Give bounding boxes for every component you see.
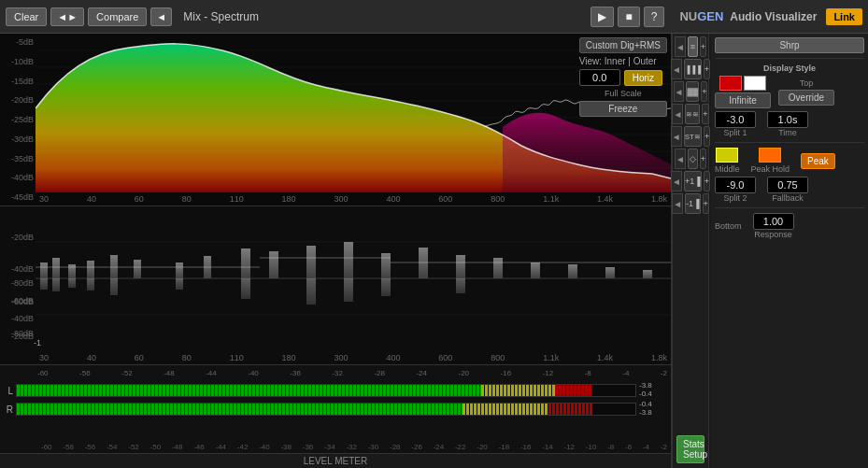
controls-panel: Shrp Display Style Infinite Top Override: [711, 34, 868, 468]
svg-rect-41: [381, 278, 391, 296]
side-arrow-left-6[interactable]: ◄: [675, 149, 686, 169]
side-arrow-left-4[interactable]: ◄: [672, 104, 683, 124]
play-button[interactable]: ▶: [591, 7, 614, 27]
side-btn-diamond[interactable]: ◇: [688, 149, 698, 169]
side-arrow-left-3[interactable]: ◄: [674, 81, 685, 102]
db-label-40: -40dB: [2, 173, 34, 182]
meter-fill-r: [17, 404, 635, 415]
split2-input[interactable]: [715, 177, 756, 193]
analyzer-freq-labels: 30 40 60 80 110 180 300 400 600 800 1.1k…: [36, 353, 671, 362]
db-label-45: -45dB: [2, 192, 34, 202]
clear-button[interactable]: Clear: [6, 7, 47, 26]
meter-fill-l: [17, 385, 635, 396]
shrp-button[interactable]: Shrp: [715, 37, 864, 53]
db-label-20: -20dB: [2, 95, 34, 105]
side-row-7: ◄ +1▐ +: [675, 171, 706, 191]
side-btn-plus-3[interactable]: +: [701, 81, 707, 102]
link-button[interactable]: Link: [826, 8, 862, 25]
side-btn-plus-6[interactable]: +: [700, 149, 706, 169]
db-label-25: -25dB: [2, 115, 34, 124]
bottom-label: Bottom: [715, 221, 742, 231]
side-btn-plus-7[interactable]: +: [704, 171, 710, 191]
fallback-label: Fallback: [772, 193, 804, 203]
compare-button[interactable]: Compare: [88, 7, 147, 26]
nav-arrows-button[interactable]: ◄►: [50, 7, 84, 26]
side-arrow-left-7[interactable]: ◄: [671, 171, 682, 191]
help-button[interactable]: ?: [644, 7, 665, 27]
svg-rect-17: [134, 260, 141, 278]
side-btn-st[interactable]: ST≋: [684, 126, 702, 147]
stop-button[interactable]: ■: [618, 7, 639, 27]
response-label: Response: [754, 230, 792, 239]
analyzer-display: -20dB -40dB -60dB -80dB: [0, 206, 671, 365]
side-btn-bars[interactable]: ▐▐▐: [684, 59, 702, 79]
stats-setup-button[interactable]: StatsSetup: [676, 435, 704, 463]
bottom-response-row: Bottom Response: [715, 213, 864, 239]
side-btn-plus-4[interactable]: +: [702, 104, 708, 124]
svg-rect-28: [531, 262, 540, 278]
side-btn-plus-2[interactable]: +: [704, 59, 710, 79]
spectrum-svg: [36, 34, 671, 192]
visualizer-panel: -5dB -10dB -15dB -20dB -25dB -30dB -35dB…: [0, 34, 672, 468]
analyzer-svg: [36, 206, 671, 351]
level-meter-title: LEVEL METER: [0, 453, 671, 468]
meter-bars: L -3.8 -0.4: [0, 380, 671, 440]
header-title: Mix - Spectrum: [183, 10, 587, 23]
time-input[interactable]: [767, 111, 808, 128]
svg-rect-18: [176, 262, 183, 278]
spectrum-controls: Custom Dig+RMS View: Inner | Outer Horiz…: [579, 37, 667, 117]
compare-arrow[interactable]: ◄: [150, 7, 172, 26]
response-input[interactable]: [753, 213, 794, 230]
svg-rect-34: [68, 278, 76, 288]
db-label-15: -15dB: [2, 77, 34, 86]
top-color-red: [719, 76, 742, 91]
meter-bar-r: [16, 403, 636, 416]
svg-rect-42: [456, 278, 465, 293]
divider-2: [715, 142, 864, 143]
svg-rect-23: [344, 242, 353, 278]
side-btn-lines[interactable]: ≡: [688, 36, 698, 57]
svg-rect-22: [306, 246, 316, 278]
fallback-input[interactable]: [767, 177, 808, 193]
svg-rect-38: [241, 278, 250, 299]
side-arrow-left-2[interactable]: ◄: [671, 59, 682, 79]
side-btn-wave[interactable]: ≋≋: [685, 104, 700, 124]
side-arrow-left-8[interactable]: ◄: [672, 193, 683, 214]
custom-dig-rms-button[interactable]: Custom Dig+RMS: [579, 37, 667, 53]
side-arrow-left-1[interactable]: ◄: [675, 36, 686, 57]
side-btn-plus-one[interactable]: +1▐: [684, 171, 702, 191]
split2-row: Split 2 Fallback: [715, 177, 864, 203]
svg-rect-15: [87, 261, 94, 278]
side-btn-plus-5[interactable]: +: [704, 126, 710, 147]
svg-rect-25: [419, 248, 428, 278]
svg-rect-39: [306, 278, 316, 305]
channel-label-r: R: [4, 404, 13, 415]
split1-row: Split 1 Time: [715, 111, 864, 137]
side-btn-dense[interactable]: ▓▓: [686, 81, 699, 102]
spectrum-freq-labels: 30 40 60 80 110 180 300 400 600 800 1.1k…: [36, 194, 671, 204]
analyzer-db-20b: -20dB: [2, 332, 34, 341]
meter-scale-labels: -60 -56 -52 -48 -44 -40 -36 -32 -28 -24 …: [37, 369, 667, 377]
side-btn-plus-1[interactable]: +: [700, 36, 706, 57]
svg-rect-13: [52, 258, 60, 278]
split2-label: Split 2: [723, 193, 747, 203]
override-button[interactable]: Override: [778, 90, 834, 106]
svg-rect-20: [241, 248, 250, 278]
display-style-label: Display Style: [715, 64, 864, 73]
svg-rect-14: [68, 264, 76, 278]
svg-rect-31: [643, 270, 652, 278]
side-arrow-left-5[interactable]: ◄: [671, 126, 682, 147]
split1-input[interactable]: [715, 111, 756, 128]
app-logo: ​NUGEN Audio Visualizer: [679, 9, 817, 23]
freeze-button[interactable]: Freeze: [579, 101, 667, 117]
horiz-button[interactable]: Horiz: [624, 70, 662, 86]
full-scale-input[interactable]: [579, 69, 620, 86]
side-btn-minus-one[interactable]: -1▐: [685, 193, 700, 214]
peak-button[interactable]: Peak: [801, 153, 835, 169]
svg-rect-37: [176, 278, 183, 290]
side-btn-plus-8[interactable]: +: [703, 193, 709, 214]
divider-1: [715, 58, 864, 59]
marker-value: -1: [34, 338, 41, 347]
spectrum-db-labels: -5dB -10dB -15dB -20dB -25dB -30dB -35dB…: [0, 34, 36, 206]
infinite-button[interactable]: Infinite: [715, 92, 771, 108]
